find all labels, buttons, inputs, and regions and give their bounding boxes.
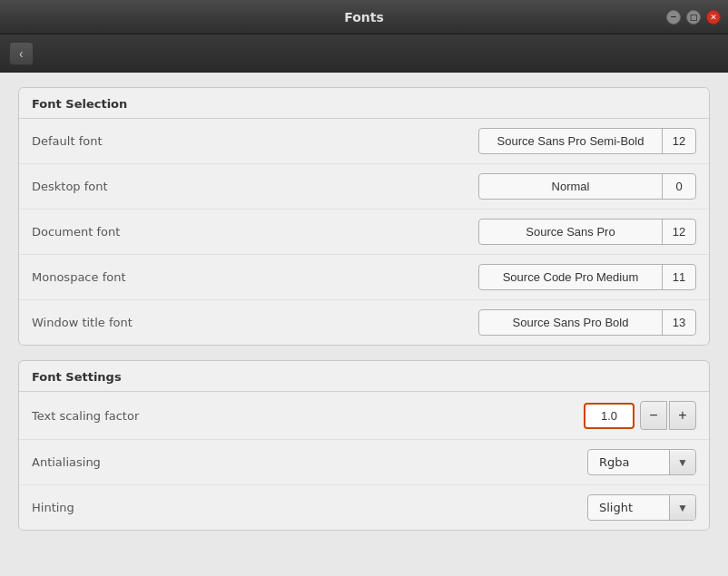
hinting-label: Hinting bbox=[32, 501, 587, 514]
antialiasing-dropdown-arrow[interactable]: ▼ bbox=[670, 451, 695, 474]
desktop-font-row: Desktop font Normal 0 bbox=[19, 164, 709, 210]
hinting-row: Hinting Slight ▼ bbox=[19, 485, 709, 530]
title-bar: Fonts ─ □ ✕ bbox=[0, 0, 728, 34]
antialiasing-select-control: Rgba ▼ bbox=[587, 449, 696, 475]
window-title-font-label: Window title font bbox=[32, 316, 478, 329]
main-content: Font Selection Default font Source Sans … bbox=[0, 73, 728, 576]
default-font-label: Default font bbox=[32, 134, 478, 148]
antialiasing-label: Antialiasing bbox=[32, 455, 587, 469]
monospace-font-label: Monospace font bbox=[32, 270, 478, 284]
window-title-font-size-button[interactable]: 13 bbox=[663, 310, 695, 335]
default-font-row: Default font Source Sans Pro Semi-Bold 1… bbox=[19, 119, 709, 164]
antialiasing-value: Rgba bbox=[588, 450, 670, 474]
monospace-font-name-button[interactable]: Source Code Pro Medium bbox=[479, 265, 663, 289]
chevron-down-icon: ▼ bbox=[677, 502, 688, 514]
font-selection-section: Font Selection Default font Source Sans … bbox=[18, 87, 710, 346]
close-button[interactable]: ✕ bbox=[706, 10, 721, 24]
document-font-size-button[interactable]: 12 bbox=[663, 220, 695, 244]
maximize-button[interactable]: □ bbox=[686, 10, 701, 24]
text-scaling-label: Text scaling factor bbox=[32, 409, 584, 423]
window-title-font-picker: Source Sans Pro Bold 13 bbox=[478, 309, 696, 336]
window-title: Fonts bbox=[344, 10, 384, 24]
window-title-font-row: Window title font Source Sans Pro Bold 1… bbox=[19, 300, 709, 345]
font-settings-section: Font Settings Text scaling factor − + An… bbox=[18, 360, 710, 531]
chevron-down-icon: ▼ bbox=[677, 456, 688, 469]
back-button[interactable]: ‹ bbox=[9, 42, 34, 65]
desktop-font-picker: Normal 0 bbox=[478, 173, 696, 200]
document-font-picker: Source Sans Pro 12 bbox=[478, 219, 696, 245]
desktop-font-size-button[interactable]: 0 bbox=[663, 174, 695, 199]
window-title-font-name-button[interactable]: Source Sans Pro Bold bbox=[479, 310, 663, 335]
document-font-name-button[interactable]: Source Sans Pro bbox=[479, 220, 663, 244]
scaling-input[interactable] bbox=[584, 403, 635, 429]
scaling-plus-button[interactable]: + bbox=[669, 401, 696, 430]
document-font-label: Document font bbox=[32, 225, 478, 239]
default-font-picker: Source Sans Pro Semi-Bold 12 bbox=[478, 128, 696, 154]
maximize-icon: □ bbox=[690, 13, 698, 22]
desktop-font-name-button[interactable]: Normal bbox=[479, 174, 663, 199]
default-font-size-button[interactable]: 12 bbox=[663, 129, 695, 153]
hinting-select-control: Slight ▼ bbox=[587, 494, 696, 521]
minimize-icon: ─ bbox=[671, 13, 675, 22]
hinting-dropdown-arrow[interactable]: ▼ bbox=[670, 496, 695, 520]
desktop-font-label: Desktop font bbox=[32, 180, 478, 193]
monospace-font-row: Monospace font Source Code Pro Medium 11 bbox=[19, 255, 709, 300]
document-font-row: Document font Source Sans Pro 12 bbox=[19, 210, 709, 255]
monospace-font-size-button[interactable]: 11 bbox=[663, 265, 695, 289]
text-scaling-row: Text scaling factor − + bbox=[19, 392, 709, 440]
monospace-font-picker: Source Code Pro Medium 11 bbox=[478, 264, 696, 290]
hinting-value: Slight bbox=[588, 495, 670, 520]
default-font-name-button[interactable]: Source Sans Pro Semi-Bold bbox=[479, 129, 663, 153]
scaling-control: − + bbox=[584, 401, 696, 430]
close-icon: ✕ bbox=[710, 13, 717, 22]
font-settings-title: Font Settings bbox=[19, 361, 709, 392]
minimize-button[interactable]: ─ bbox=[666, 10, 681, 24]
window-controls: ─ □ ✕ bbox=[666, 10, 721, 24]
toolbar: ‹ bbox=[0, 34, 728, 73]
scaling-minus-button[interactable]: − bbox=[640, 401, 667, 430]
antialiasing-row: Antialiasing Rgba ▼ bbox=[19, 440, 709, 485]
font-selection-title: Font Selection bbox=[19, 88, 709, 119]
